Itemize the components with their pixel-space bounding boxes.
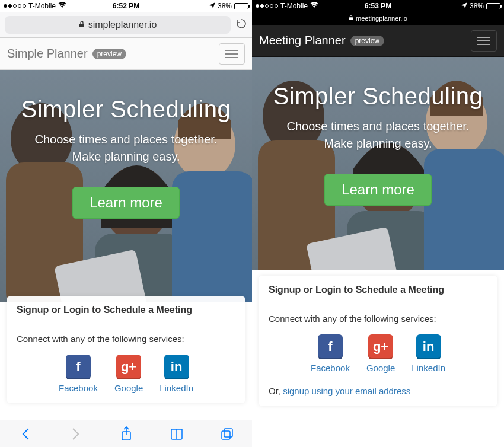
lock-icon (79, 20, 85, 30)
share-button[interactable] (119, 426, 134, 442)
svg-rect-12 (349, 17, 353, 20)
wifi-icon (58, 2, 66, 10)
panel-title: Signup or Login to Schedule a Meeting (7, 296, 245, 324)
status-bar: T-Mobile 6:53 PM 38% (252, 0, 504, 12)
lock-icon (349, 15, 353, 22)
signup-panel: Signup or Login to Schedule a Meeting Co… (259, 276, 497, 406)
battery-icon (486, 3, 500, 9)
linkedin-icon: in (416, 334, 441, 359)
facebook-login[interactable]: f Facebook (311, 334, 350, 373)
url-text: meetingplanner.io (356, 15, 407, 22)
location-icon (209, 2, 215, 10)
linkedin-login[interactable]: in LinkedIn (160, 355, 193, 393)
facebook-icon: f (66, 355, 91, 379)
panel-title: Signup or Login to Schedule a Meeting (259, 276, 497, 304)
menu-button[interactable] (471, 30, 497, 52)
learn-more-button[interactable]: Learn more (324, 174, 432, 206)
facebook-label: Facebook (311, 363, 350, 373)
svg-rect-8 (79, 24, 84, 27)
url-text: simpleplanner.io (88, 20, 157, 30)
battery-pct: 38% (218, 2, 232, 10)
email-signup-link[interactable]: signup using your email address (283, 386, 410, 396)
hero-subtext: Choose times and places together.Make pl… (21, 131, 232, 165)
facebook-label: Facebook (59, 383, 98, 393)
carrier-label: T-Mobile (28, 2, 56, 10)
hero-headline: Simpler Scheduling (267, 83, 489, 110)
google-label: Google (114, 383, 143, 393)
clock: 6:53 PM (365, 2, 391, 10)
brand-title[interactable]: Simple Planner (7, 47, 88, 60)
svg-rect-11 (224, 429, 232, 437)
refresh-icon[interactable] (235, 18, 247, 32)
preview-badge: preview (92, 49, 126, 59)
connect-text: Connect with any of the following servic… (269, 314, 487, 324)
hero: Simpler Scheduling Choose times and plac… (252, 57, 504, 270)
url-bar[interactable]: meetingplanner.io (252, 12, 504, 25)
bookmarks-button[interactable] (169, 426, 184, 442)
facebook-login[interactable]: f Facebook (59, 355, 98, 393)
preview-badge: preview (350, 36, 384, 46)
tabs-button[interactable] (219, 426, 235, 442)
clock: 6:52 PM (113, 2, 139, 10)
app-header: Meeting Planner preview (252, 25, 504, 57)
hero-subtext: Choose times and places together.Make pl… (273, 118, 484, 152)
google-login[interactable]: g+ Google (366, 334, 395, 373)
menu-button[interactable] (219, 43, 245, 65)
hero-headline: Simpler Scheduling (15, 96, 237, 123)
status-bar: T-Mobile 6:52 PM 38% (0, 0, 252, 12)
google-icon: g+ (116, 355, 141, 379)
battery-icon (234, 3, 248, 9)
linkedin-icon: in (164, 355, 189, 379)
or-signup: Or, signup using your email address (269, 386, 487, 396)
linkedin-login[interactable]: in LinkedIn (412, 334, 445, 373)
wifi-icon (310, 2, 318, 10)
url-bar: simpleplanner.io (0, 12, 252, 38)
carrier-label: T-Mobile (280, 2, 308, 10)
safari-toolbar (0, 420, 252, 447)
location-icon (461, 2, 467, 10)
signal-icon (4, 4, 26, 8)
hero: Simpler Scheduling Choose times and plac… (0, 70, 252, 302)
brand-title[interactable]: Meeting Planner (259, 34, 346, 47)
google-icon: g+ (368, 334, 393, 359)
signup-panel: Signup or Login to Schedule a Meeting Co… (7, 296, 245, 403)
facebook-icon: f (318, 334, 343, 359)
svg-rect-10 (222, 431, 230, 439)
google-login[interactable]: g+ Google (114, 355, 143, 393)
linkedin-label: LinkedIn (412, 363, 445, 373)
url-field[interactable]: simpleplanner.io (5, 16, 231, 34)
google-label: Google (366, 363, 395, 373)
signal-icon (256, 4, 278, 8)
linkedin-label: LinkedIn (160, 383, 193, 393)
learn-more-button[interactable]: Learn more (72, 187, 180, 219)
app-header: Simple Planner preview (0, 38, 252, 70)
back-button[interactable] (18, 426, 33, 442)
battery-pct: 38% (470, 2, 484, 10)
connect-text: Connect with any of the following servic… (17, 334, 235, 344)
forward-button[interactable] (68, 426, 84, 442)
